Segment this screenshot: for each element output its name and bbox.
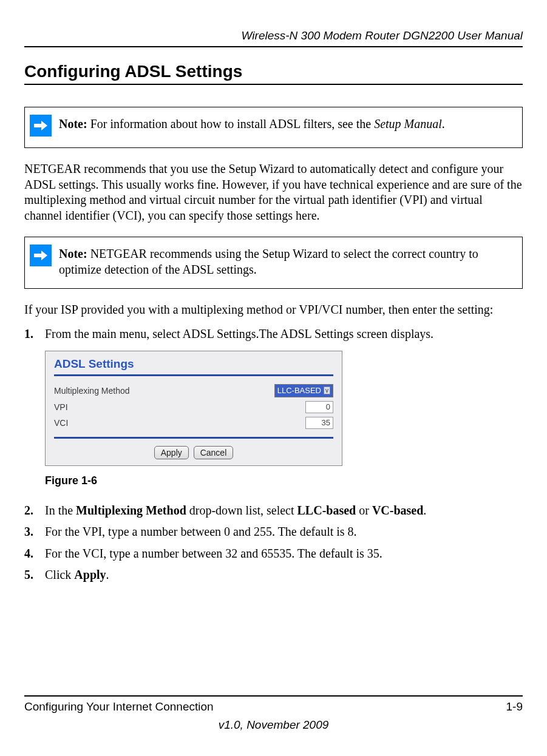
vci-input[interactable]: 35 (305, 417, 333, 429)
step-number: 3. (24, 524, 45, 540)
panel-title: ADSL Settings (46, 351, 342, 374)
text-frag: . (106, 568, 109, 581)
note-tail: . (442, 117, 445, 130)
figure-caption: Figure 1-6 (45, 474, 523, 487)
note-text: Note: For information about how to insta… (52, 107, 522, 147)
button-row: Apply Cancel (46, 444, 342, 459)
select-value: LLC-BASED (277, 386, 321, 395)
note-ref: Setup Manual (374, 117, 442, 130)
note-label: Note: (59, 247, 87, 260)
row-vci: VCI 35 (54, 415, 333, 431)
footer-chapter: Configuring Your Internet Connection (24, 700, 214, 714)
apply-button[interactable]: Apply (154, 446, 189, 459)
list-item: 2. In the Multiplexing Method drop-down … (24, 503, 523, 519)
row-vpi: VPI 0 (54, 399, 333, 415)
row-multiplexing: Multiplexing Method LLC-BASED v (54, 382, 333, 399)
step-text: Click Apply. (45, 567, 109, 583)
list-item: 4. For the VCI, type a number between 32… (24, 546, 523, 562)
step-text: For the VCI, type a number between 32 an… (45, 546, 382, 562)
text-bold: LLC-based (297, 504, 356, 517)
note-label: Note: (59, 117, 87, 130)
chevron-down-icon: v (324, 386, 330, 394)
footer-version: v1.0, November 2009 (24, 718, 523, 732)
label-vci: VCI (54, 418, 68, 428)
adsl-settings-panel: ADSL Settings Multiplexing Method LLC-BA… (45, 351, 342, 466)
text-bold: Multiplexing Method (76, 504, 186, 517)
adsl-form-section: Multiplexing Method LLC-BASED v VPI 0 VC… (54, 374, 333, 439)
label-multiplexing: Multiplexing Method (54, 386, 130, 396)
page-footer: Configuring Your Internet Connection 1-9… (24, 695, 523, 732)
note-box-1: Note: For information about how to insta… (24, 107, 523, 148)
text-frag: drop-down list, select (186, 504, 297, 517)
step-text: From the main menu, select ADSL Settings… (45, 326, 433, 342)
ordered-list-cont: 2. In the Multiplexing Method drop-down … (24, 503, 523, 583)
text-frag: or (356, 504, 372, 517)
multiplexing-select[interactable]: LLC-BASED v (274, 384, 333, 397)
label-vpi: VPI (54, 402, 68, 412)
paragraph-2: If your ISP provided you with a multiple… (24, 302, 523, 318)
step-number: 2. (24, 503, 45, 519)
arrow-right-icon (30, 245, 52, 266)
text-frag: . (423, 504, 426, 517)
step-text: For the VPI, type a number between 0 and… (45, 524, 357, 540)
text-frag: In the (45, 504, 76, 517)
note-text: Note: NETGEAR recommends using the Setup… (52, 237, 522, 288)
list-item: 5. Click Apply. (24, 567, 523, 583)
vpi-input[interactable]: 0 (305, 401, 333, 413)
figure-screenshot: ADSL Settings Multiplexing Method LLC-BA… (45, 351, 523, 466)
step-number: 1. (24, 326, 45, 342)
step-number: 5. (24, 567, 45, 583)
cancel-button[interactable]: Cancel (194, 446, 234, 459)
arrow-right-icon (30, 115, 52, 137)
running-header: Wireless-N 300 Modem Router DGN2200 User… (24, 29, 523, 47)
list-item: 1. From the main menu, select ADSL Setti… (24, 326, 523, 342)
ordered-list: 1. From the main menu, select ADSL Setti… (24, 326, 523, 342)
list-item: 3. For the VPI, type a number between 0 … (24, 524, 523, 540)
step-number: 4. (24, 546, 45, 562)
note-body: For information about how to install ADS… (87, 117, 375, 130)
paragraph-1: NETGEAR recommends that you use the Setu… (24, 161, 523, 223)
text-frag: Click (45, 568, 74, 581)
text-bold: VC-based (372, 504, 423, 517)
text-bold: Apply (74, 568, 106, 581)
note-body: NETGEAR recommends using the Setup Wizar… (59, 247, 478, 276)
footer-page-number: 1-9 (506, 700, 523, 714)
step-text: In the Multiplexing Method drop-down lis… (45, 503, 426, 519)
note-box-2: Note: NETGEAR recommends using the Setup… (24, 237, 523, 289)
section-heading: Configuring ADSL Settings (24, 62, 523, 85)
